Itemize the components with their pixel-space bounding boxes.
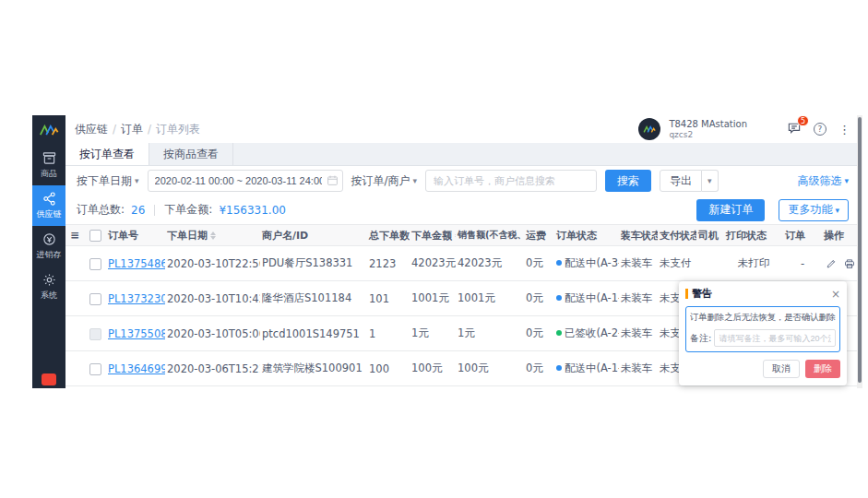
remark-input[interactable] (714, 329, 836, 347)
date-range-input[interactable] (148, 170, 343, 192)
popover-footer: 取消 删除 (685, 360, 840, 378)
order-amount: 1元 (410, 316, 456, 351)
more-vertical-icon: ⋮ (838, 123, 850, 136)
message-badge: 5 (797, 115, 809, 126)
chevron-down-icon: ▾ (844, 176, 849, 185)
order-sales: 1001元 (456, 281, 524, 316)
order-sales: 42023元 (456, 246, 524, 281)
order-extra: - (783, 246, 822, 281)
export-dropdown-button[interactable]: ▾ (702, 170, 719, 192)
sidebar-alert-badge[interactable] (42, 374, 56, 385)
coin-icon (42, 232, 56, 246)
breadcrumb-supply-chain[interactable]: 供应链 (75, 122, 108, 137)
cancel-button[interactable]: 取消 (763, 360, 800, 378)
row-checkbox-disabled (89, 328, 101, 340)
status-dot (556, 260, 562, 266)
breadcrumb-separator: / (148, 123, 151, 136)
order-date: 2020-03-10T22:56:41 (165, 246, 260, 281)
delete-confirm-popover: 警告 × 订单删除之后无法恢复，是否确认删除？ 备注: 取消 删除 (679, 281, 847, 385)
help-button[interactable]: ? (814, 123, 826, 136)
col-qty[interactable]: 总下单数 (367, 225, 410, 246)
col-order2: 订单 (783, 225, 822, 246)
order-status: 已签收(A-2-1) (554, 316, 619, 351)
print-icon[interactable] (844, 258, 855, 269)
order-freight: 0元 (524, 316, 554, 351)
row-checkbox[interactable] (89, 258, 101, 270)
order-link[interactable]: PL13754860 (108, 257, 165, 270)
sidebar-item-inventory[interactable]: 进销存 (32, 226, 65, 267)
sidebar-item-system[interactable]: 系统 (32, 267, 65, 307)
app-logo-icon (32, 115, 65, 145)
divider (154, 205, 155, 216)
actions-cell (822, 246, 860, 281)
table-header-row: ≡ 订单号 下单日期 商户名/ID 总下单数 下单金额 销售额(不含税、运) 运… (65, 225, 860, 246)
remark-label: 备注: (690, 332, 711, 345)
edit-icon[interactable] (826, 258, 837, 269)
delete-button[interactable]: 删除 (805, 360, 840, 378)
merchant-name: ptcd1001S149751 (260, 316, 367, 351)
col-status: 订单状态 (554, 225, 619, 246)
row-checkbox[interactable] (89, 363, 101, 375)
status-dot (556, 295, 562, 301)
col-load-status: 装车状态 (619, 225, 658, 246)
search-input[interactable] (425, 170, 597, 192)
view-tabs: 按订单查看 按商品查看 (65, 143, 860, 166)
message-button[interactable]: 5 (787, 121, 802, 138)
sidebar-item-label: 供应链 (37, 208, 62, 220)
user-name: T8428 MAstation (669, 119, 747, 130)
order-freight: 0元 (524, 246, 554, 281)
new-order-button[interactable]: 新建订单 (696, 199, 765, 221)
load-status: 未装车 (619, 246, 658, 281)
confirm-message: 订单删除之后无法恢复，是否确认删除？ (690, 312, 836, 324)
sidebar: 商品 供应链 进销存 (32, 115, 65, 388)
order-total-label: 订单总数: (77, 202, 125, 218)
col-date[interactable]: 下单日期 (165, 225, 260, 246)
tab-by-product[interactable]: 按商品查看 (149, 143, 233, 165)
order-link[interactable]: PL13755084 (108, 327, 165, 340)
tab-by-order[interactable]: 按订单查看 (65, 143, 149, 165)
advanced-filter-link[interactable]: 高级筛选 ▾ (797, 173, 849, 189)
scrollbar-thumb[interactable] (858, 117, 862, 383)
order-status: 配送中(A-1-1) (554, 281, 619, 316)
box-icon (42, 151, 56, 165)
export-button[interactable]: 导出 (660, 170, 702, 192)
status-dot (556, 365, 562, 371)
search-type-select[interactable]: 按订单/商户 ▾ (351, 173, 418, 189)
avatar[interactable] (638, 118, 660, 140)
warning-bar-icon (685, 289, 688, 299)
order-freight: 0元 (524, 281, 554, 316)
date-type-select[interactable]: 按下单日期 ▾ (77, 173, 139, 189)
close-icon[interactable]: × (831, 289, 840, 300)
status-text: 已签收(A-2-1) (565, 326, 619, 339)
sidebar-item-supply-chain[interactable]: 供应链 (32, 185, 65, 226)
sidebar-item-label: 商品 (41, 168, 57, 180)
col-sales: 销售额(不含税、运) (456, 225, 524, 246)
col-amount[interactable]: 下单金额 (410, 225, 456, 246)
order-sales: 100元 (456, 351, 524, 386)
breadcrumb-orders[interactable]: 订单 (121, 122, 143, 137)
status-text: 配送中(A-3-1) (565, 256, 619, 269)
row-checkbox[interactable] (89, 293, 101, 305)
merchant-name: 建筑学院楼S100901 (260, 351, 367, 386)
sort-icon (455, 231, 456, 240)
order-amount: 1001元 (410, 281, 456, 316)
order-qty: 2123 (367, 246, 410, 281)
more-button[interactable]: ⋮ (838, 123, 850, 136)
date-range-picker[interactable] (148, 170, 343, 192)
chevron-down-icon: ▾ (707, 176, 712, 185)
search-field (425, 170, 597, 192)
breadcrumb-order-list: 订单列表 (156, 122, 200, 137)
print-status: 未打印 (724, 246, 783, 281)
order-freight: 0元 (524, 351, 554, 386)
select-all-checkbox[interactable] (89, 230, 101, 242)
order-link[interactable]: PL13646991 (108, 362, 165, 375)
order-link[interactable]: PL13732306 (108, 292, 165, 305)
more-functions-button[interactable]: 更多功能 ▾ (779, 199, 849, 221)
sidebar-item-goods[interactable]: 商品 (32, 145, 65, 185)
status-text: 配送中(A-1-1) (565, 362, 619, 374)
order-amount-value: ¥156331.00 (219, 204, 286, 217)
search-button[interactable]: 搜索 (605, 170, 651, 192)
order-date: 2020-03-06T15:21:42 (165, 351, 260, 386)
load-status: 未装车 (619, 316, 658, 351)
order-amount: 100元 (410, 351, 456, 386)
